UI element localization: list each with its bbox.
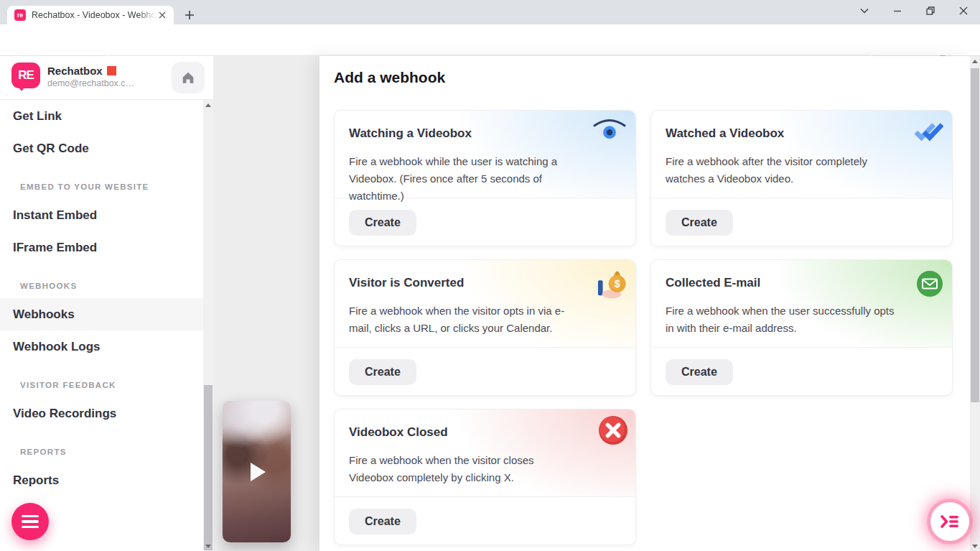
card-watched-a-videobox: Watched a Videobox Fire a webhook after … <box>650 110 953 246</box>
sidebar-item-webhooks[interactable]: Webhooks <box>0 298 203 330</box>
main-scrollbar-thumb[interactable] <box>971 68 979 402</box>
tab-title: Rechatbox - Videobox - Webhoo <box>32 10 157 20</box>
window-minimize-button[interactable] <box>881 0 914 22</box>
card-title: Collected E-mail <box>666 274 938 290</box>
create-button[interactable]: Create <box>349 210 416 236</box>
eye-icon <box>592 118 627 144</box>
sidebar-section-embed-to-your-website: EMBED TO YOUR WEBSITE <box>0 171 203 203</box>
new-tab-button[interactable] <box>179 5 200 25</box>
sidebar-item-instant-embed[interactable]: Instant Embed <box>0 199 203 231</box>
widget-fab-button[interactable] <box>930 502 969 541</box>
scroll-down-icon[interactable] <box>203 541 213 551</box>
app-home-button[interactable] <box>172 62 205 93</box>
app-page: RE Rechatbox demo@rechatbox.c… Get Link … <box>0 56 980 551</box>
browser-tabstrip: re Rechatbox - Videobox - Webhoo <box>0 0 980 24</box>
card-watching-a-videobox: Watching a Videobox Fire a webhook while… <box>334 110 636 246</box>
home-icon <box>181 70 195 85</box>
brand-flag-square <box>107 66 116 75</box>
svg-text:$: $ <box>615 278 620 290</box>
card-videobox-closed: Videobox Closed Fire a webhook when the … <box>334 409 636 545</box>
rechatbox-logo-icon[interactable]: RE <box>11 62 40 91</box>
sidebar-scrollbar-thumb[interactable] <box>204 385 213 550</box>
create-button[interactable]: Create <box>349 359 416 385</box>
double-check-icon <box>913 122 943 145</box>
scroll-up-icon[interactable] <box>970 56 980 66</box>
sidebar-item-video-recordings[interactable]: Video Recordings <box>0 397 203 430</box>
browser-toolbar: https://app.rechatbox.com/webhooks <box>0 24 980 56</box>
card-title: Watched a Videobox <box>666 125 938 141</box>
money-bag-icon: $ <box>597 267 627 302</box>
card-description: Fire a webhook after the visitor complet… <box>666 153 938 187</box>
videobox-preview[interactable] <box>223 401 291 542</box>
main-panel: Add a webhook Watching a Videobox Fire a… <box>319 56 970 551</box>
card-description: Fire a webhook while the user is watchin… <box>349 153 621 205</box>
window-restore-button[interactable] <box>914 0 947 22</box>
card-collected-e-mail: Collected E-mail Fire a webhook when the… <box>650 259 953 396</box>
browser-tab[interactable]: re Rechatbox - Videobox - Webhoo <box>7 6 174 24</box>
create-button[interactable]: Create <box>666 359 733 385</box>
sidebar-item-get-link[interactable]: Get Link <box>0 100 203 132</box>
card-title: Videobox Closed <box>349 424 621 440</box>
sidebar-header: RE Rechatbox demo@rechatbox.c… <box>0 56 213 100</box>
sidebar-section-visitor-feedback: VISITOR FEEDBACK <box>0 369 203 401</box>
card-title: Watching a Videobox <box>349 125 621 141</box>
sidebar-scrollbar[interactable] <box>203 100 213 551</box>
brand-name: Rechatbox <box>47 65 116 77</box>
envelope-icon <box>916 270 943 300</box>
create-button[interactable]: Create <box>349 509 416 534</box>
close-circle-icon <box>598 415 628 448</box>
webhook-card-grid: Watching a Videobox Fire a webhook while… <box>334 110 953 545</box>
scroll-down-icon[interactable] <box>970 541 980 551</box>
create-button[interactable]: Create <box>666 210 733 236</box>
card-description: Fire a webhook when the visitor opts in … <box>349 302 621 337</box>
sidebar-section-reports: REPORTS <box>0 436 203 468</box>
play-icon[interactable] <box>251 463 266 481</box>
main-scrollbar[interactable] <box>970 56 980 551</box>
scroll-up-icon[interactable] <box>203 100 213 110</box>
card-title: Visitor is Converted <box>349 274 621 290</box>
sidebar-section-webhooks: WEBHOOKS <box>0 270 203 302</box>
sidebar-item-get-qr-code[interactable]: Get QR Code <box>0 132 203 165</box>
card-description: Fire a webhook when the user successfull… <box>666 302 938 337</box>
tab-favicon-icon: re <box>14 9 26 21</box>
sidebar: RE Rechatbox demo@rechatbox.c… Get Link … <box>0 56 213 551</box>
sidebar-item-reports[interactable]: Reports <box>0 464 203 496</box>
card-visitor-is-converted: Visitor is Converted Fire a webhook when… <box>334 259 636 396</box>
card-description: Fire a webhook when the visitor closes V… <box>349 452 621 486</box>
window-close-button[interactable] <box>947 0 980 22</box>
hamburger-icon <box>22 515 39 518</box>
sidebar-item-iframe-embed[interactable]: IFrame Embed <box>0 231 203 264</box>
sidebar-nav: Get Link Get QR Code EMBED TO YOUR WEBSI… <box>0 100 203 551</box>
expand-menu-icon <box>940 514 960 529</box>
menu-fab-button[interactable] <box>11 503 49 540</box>
page-title: Add a webhook <box>334 69 445 86</box>
sidebar-item-webhook-logs[interactable]: Webhook Logs <box>0 330 203 363</box>
tab-search-chevron-icon[interactable] <box>848 0 881 22</box>
tab-close-icon[interactable] <box>157 9 168 21</box>
brand-email: demo@rechatbox.c… <box>47 78 155 88</box>
